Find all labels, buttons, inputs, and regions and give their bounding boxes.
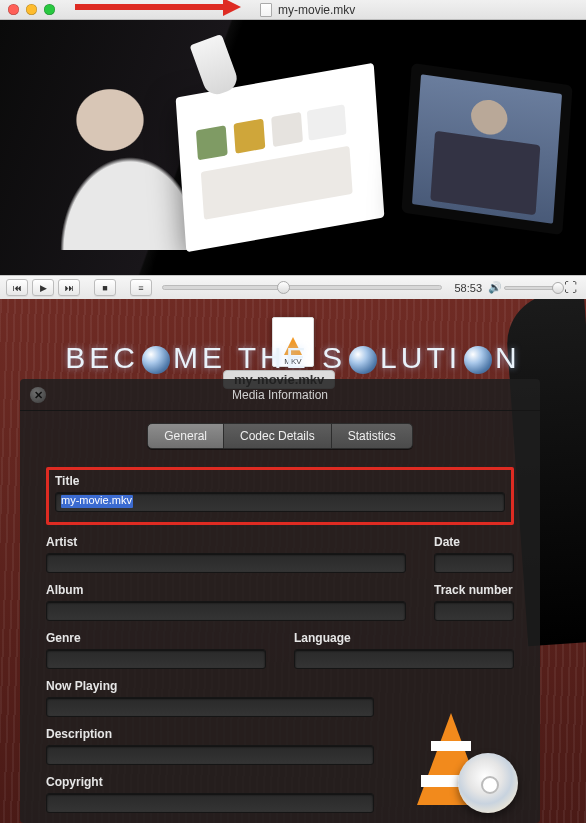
player-controls: ⏮ ▶ ⏭ ■ ≡ 58:53 🔊 ⛶ <box>0 275 586 299</box>
language-field[interactable] <box>294 649 514 669</box>
lower-panel: MKV BECME THE SLUTIN my-movie.mkv ✕ Medi… <box>0 299 586 823</box>
media-info-form: Title my-movie.mkv Artist Date <box>20 449 540 823</box>
video-viewport[interactable] <box>0 20 586 275</box>
album-label: Album <box>46 583 406 597</box>
skip-forward-button[interactable]: ⏭ <box>58 279 80 296</box>
close-window-button[interactable] <box>8 4 19 15</box>
video-frame <box>0 20 586 275</box>
date-field[interactable] <box>434 553 514 573</box>
play-button[interactable]: ▶ <box>32 279 54 296</box>
volume-knob[interactable] <box>552 282 564 294</box>
description-field[interactable] <box>46 745 374 765</box>
skip-back-button[interactable]: ⏮ <box>6 279 28 296</box>
description-label: Description <box>46 727 374 741</box>
window-title-text: my-movie.mkv <box>278 3 355 17</box>
stop-button[interactable]: ■ <box>94 279 116 296</box>
tab-general[interactable]: General <box>147 423 224 449</box>
traffic-lights <box>0 4 55 15</box>
artist-label: Artist <box>46 535 406 549</box>
window-title: my-movie.mkv <box>260 3 355 17</box>
seek-slider[interactable] <box>162 285 442 290</box>
globe-icon <box>142 346 170 374</box>
disc-icon <box>458 753 518 813</box>
document-icon <box>260 3 272 17</box>
media-info-title: Media Information <box>232 388 328 402</box>
playlist-button[interactable]: ≡ <box>130 279 152 296</box>
vlc-app-icon <box>388 679 514 805</box>
window-titlebar: my-movie.mkv <box>0 0 586 20</box>
video-content <box>401 63 572 235</box>
callout-arrow-head <box>223 0 241 16</box>
title-label: Title <box>55 474 505 488</box>
now-playing-label: Now Playing <box>46 679 374 693</box>
zoom-window-button[interactable] <box>44 4 55 15</box>
date-label: Date <box>434 535 514 549</box>
track-number-label: Track number <box>434 583 514 597</box>
video-content <box>176 63 385 253</box>
copyright-label: Copyright <box>46 775 374 789</box>
track-number-field[interactable] <box>434 601 514 621</box>
close-icon[interactable]: ✕ <box>30 387 46 403</box>
mute-button[interactable]: 🔊 <box>488 281 500 294</box>
tab-codec-details[interactable]: Codec Details <box>224 423 332 449</box>
genre-label: Genre <box>46 631 266 645</box>
copyright-field[interactable] <box>46 793 374 813</box>
elapsed-time: 58:53 <box>452 282 484 294</box>
tab-statistics[interactable]: Statistics <box>332 423 413 449</box>
media-info-titlebar: ✕ Media Information <box>20 379 540 411</box>
genre-field[interactable] <box>46 649 266 669</box>
fullscreen-button[interactable]: ⛶ <box>564 280 580 295</box>
album-field[interactable] <box>46 601 406 621</box>
artist-field[interactable] <box>46 553 406 573</box>
tabs: General Codec Details Statistics <box>20 423 540 449</box>
volume-slider[interactable] <box>504 286 560 290</box>
globe-icon <box>349 346 377 374</box>
minimize-window-button[interactable] <box>26 4 37 15</box>
globe-icon <box>464 346 492 374</box>
language-label: Language <box>294 631 514 645</box>
callout-arrow <box>75 4 225 10</box>
title-field[interactable] <box>55 492 505 512</box>
now-playing-field[interactable] <box>46 697 374 717</box>
media-info-window: ✕ Media Information General Codec Detail… <box>20 379 540 823</box>
highlight-title-field: Title my-movie.mkv <box>46 467 514 525</box>
seek-knob[interactable] <box>277 281 290 294</box>
